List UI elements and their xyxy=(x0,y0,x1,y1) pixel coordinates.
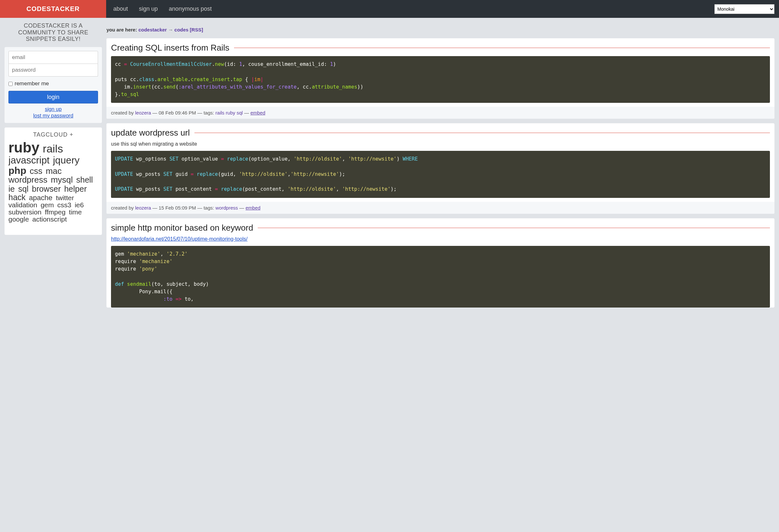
tag-helper[interactable]: helper xyxy=(64,184,87,193)
tag-link[interactable]: rails xyxy=(216,110,225,116)
tag-google[interactable]: google xyxy=(8,215,29,223)
breadcrumb-home[interactable]: codestacker xyxy=(138,27,167,32)
tag-subversion[interactable]: subversion xyxy=(8,208,42,216)
breadcrumb-rss[interactable]: [RSS] xyxy=(190,27,203,32)
tag-ie6[interactable]: ie6 xyxy=(75,201,84,209)
login-card: remember me login sign up lost my passwo… xyxy=(5,47,102,123)
snippet-meta: created by leozera — 08 Feb 09:46 PM — t… xyxy=(107,107,774,119)
tag-jquery[interactable]: jquery xyxy=(53,155,79,165)
tag-mac[interactable]: mac xyxy=(46,166,62,176)
tag-ruby[interactable]: ruby xyxy=(8,140,39,155)
code-block[interactable]: cc = CourseEnrollmentEmailCcUser.new(id:… xyxy=(111,56,770,103)
theme-select[interactable]: Monokai xyxy=(714,4,774,14)
tag-link[interactable]: sql xyxy=(237,110,243,116)
brand-logo[interactable]: CODESTACKER xyxy=(0,0,106,18)
snippet-card: Creating SQL inserts from Railscc = Cour… xyxy=(107,38,774,119)
nav-about[interactable]: about xyxy=(113,5,128,12)
tagline: CODESTACKER IS A COMMUNITY TO SHARE SNIP… xyxy=(5,22,102,43)
snippet-title[interactable]: update wordpress url xyxy=(111,128,190,138)
author-link[interactable]: leozera xyxy=(135,205,151,210)
tag-link[interactable]: ruby xyxy=(226,110,235,116)
tag-twitter[interactable]: twitter xyxy=(56,194,74,201)
breadcrumb: you are here: codestacker → codes [RSS] xyxy=(107,22,774,34)
main-content: you are here: codestacker → codes [RSS] … xyxy=(107,22,774,312)
nav-signup[interactable]: sign up xyxy=(139,5,158,12)
title-rule xyxy=(234,48,770,48)
tag-actionscript[interactable]: actionscript xyxy=(33,215,67,223)
snippet-description: use this sql when migrating a website xyxy=(107,141,774,151)
title-rule xyxy=(258,228,770,228)
tag-ie[interactable]: ie xyxy=(8,184,15,193)
signup-link[interactable]: sign up xyxy=(45,107,62,112)
embed-link[interactable]: embed xyxy=(245,205,260,210)
tag-mysql[interactable]: mysql xyxy=(51,175,73,185)
snippet-card: update wordpress urluse this sql when mi… xyxy=(107,123,774,213)
tag-css[interactable]: css xyxy=(29,166,42,176)
tag-css3[interactable]: css3 xyxy=(57,201,71,209)
tag-link[interactable]: wordpress xyxy=(216,205,238,210)
tagcloud-title[interactable]: TAGCLOUD + xyxy=(8,131,98,138)
topbar: CODESTACKER about sign up anonymous post… xyxy=(0,0,779,18)
tag-hack[interactable]: hack xyxy=(8,193,25,202)
lost-password-link[interactable]: lost my password xyxy=(33,113,73,118)
snippet-meta: created by leozera — 15 Feb 05:09 PM — t… xyxy=(107,202,774,214)
tag-sql[interactable]: sql xyxy=(18,184,28,193)
tagcloud: ruby rails javascript jquery php css mac… xyxy=(8,140,98,231)
code-block[interactable]: gem 'mechanize', '2.7.2' require 'mechan… xyxy=(111,246,770,308)
breadcrumb-label: you are here: xyxy=(107,27,137,32)
remember-me-label[interactable]: remember me xyxy=(8,80,98,87)
tag-shell[interactable]: shell xyxy=(76,175,93,184)
snippet-desc-link[interactable]: http://leonardofaria.net/2015/07/10/upti… xyxy=(111,236,248,242)
title-rule xyxy=(194,133,770,133)
email-input[interactable] xyxy=(8,51,98,64)
tag-php[interactable]: php xyxy=(8,165,26,176)
remember-me-checkbox[interactable] xyxy=(8,82,13,86)
theme-select-wrap: Monokai xyxy=(714,4,774,14)
nav-anonymous-post[interactable]: anonymous post xyxy=(169,5,212,12)
remember-me-text: remember me xyxy=(15,80,49,87)
tag-browser[interactable]: browser xyxy=(32,184,61,193)
top-nav: about sign up anonymous post xyxy=(113,5,212,12)
tag-ffmpeg[interactable]: ffmpeg xyxy=(45,208,66,216)
sidebar: CODESTACKER IS A COMMUNITY TO SHARE SNIP… xyxy=(5,22,102,235)
author-link[interactable]: leozera xyxy=(135,110,151,116)
login-button[interactable]: login xyxy=(8,91,98,104)
tag-javascript[interactable]: javascript xyxy=(8,155,50,165)
tagcloud-card: TAGCLOUD + ruby rails javascript jquery … xyxy=(5,128,102,235)
tag-validation[interactable]: validation xyxy=(8,201,37,209)
snippet-title[interactable]: Creating SQL inserts from Rails xyxy=(111,43,230,53)
password-input[interactable] xyxy=(8,64,98,77)
tag-wordpress[interactable]: wordpress xyxy=(8,175,47,185)
tag-gem[interactable]: gem xyxy=(41,201,54,209)
snippet-title[interactable]: simple http monitor based on keyword xyxy=(111,223,253,233)
tag-time[interactable]: time xyxy=(69,208,82,216)
code-block[interactable]: UPDATE wp_options SET option_value = rep… xyxy=(111,151,770,198)
tag-apache[interactable]: apache xyxy=(29,194,52,202)
embed-link[interactable]: embed xyxy=(250,110,265,116)
breadcrumb-current[interactable]: codes xyxy=(174,27,188,32)
snippet-card: simple http monitor based on keywordhttp… xyxy=(107,218,774,308)
breadcrumb-arrow: → xyxy=(168,27,173,32)
tag-rails[interactable]: rails xyxy=(43,142,63,155)
